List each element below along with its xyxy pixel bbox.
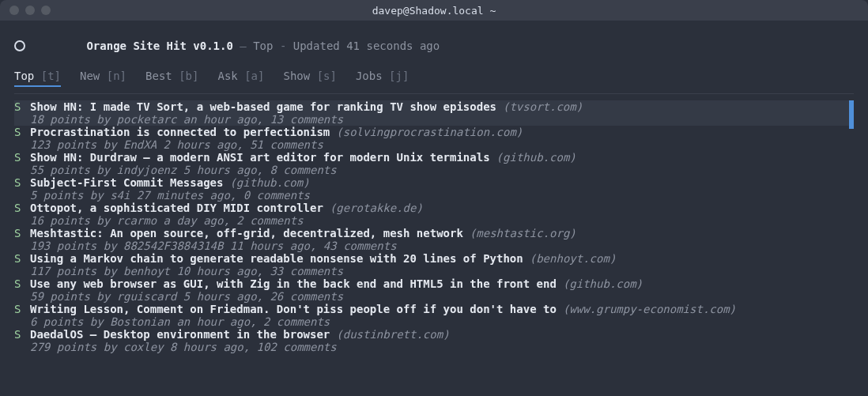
- app-header: Orange Site Hit v0.1.0 — Top - Updated 4…: [14, 25, 854, 70]
- story-meta: 279 points by coxley 8 hours ago, 102 co…: [14, 341, 854, 353]
- story-domain: (meshtastic.org): [470, 227, 576, 239]
- story-headline: SShow HN: Durdraw – a modern ANSI art ed…: [14, 151, 854, 164]
- story-title: Show HN: I made TV Sort, a web-based gam…: [30, 100, 496, 113]
- story-prefix: S: [14, 202, 24, 214]
- tab-hotkey: [s]: [310, 70, 337, 82]
- story-meta: 193 points by 882542F3884314B 11 hours a…: [14, 239, 854, 252]
- story-meta: 123 points by EndXA 2 hours ago, 51 comm…: [14, 138, 854, 151]
- story-item[interactable]: SMeshtastic: An open source, off-grid, d…: [14, 227, 854, 252]
- story-prefix: S: [14, 303, 24, 315]
- section-label: Top: [253, 40, 273, 52]
- story-item[interactable]: SShow HN: Durdraw – a modern ANSI art ed…: [14, 151, 854, 176]
- story-item[interactable]: SOttopot, a sophisticated DIY MIDI contr…: [14, 202, 854, 227]
- tab-jobs[interactable]: Jobs [j]: [356, 70, 409, 90]
- updated-label: Updated 41 seconds ago: [293, 40, 440, 52]
- tab-hotkey: [t]: [34, 70, 61, 82]
- tab-label: Best: [145, 70, 172, 82]
- story-item[interactable]: SShow HN: I made TV Sort, a web-based ga…: [14, 100, 854, 126]
- story-headline: SOttopot, a sophisticated DIY MIDI contr…: [14, 202, 854, 214]
- story-item[interactable]: SDaedalOS – Desktop environment in the b…: [14, 328, 854, 353]
- tab-label: New: [80, 70, 100, 82]
- story-headline: SShow HN: I made TV Sort, a web-based ga…: [14, 100, 854, 113]
- story-prefix: S: [14, 277, 24, 290]
- story-prefix: S: [14, 100, 24, 113]
- story-title: Meshtastic: An open source, off-grid, de…: [30, 227, 463, 239]
- story-domain: (solvingprocrastination.com): [336, 126, 523, 138]
- story-domain: (github.com): [229, 176, 309, 189]
- story-meta: 59 points by rguiscard 5 hours ago, 26 c…: [14, 290, 854, 303]
- tab-best[interactable]: Best [b]: [145, 70, 198, 90]
- sep-icon: —: [233, 40, 253, 52]
- tab-label: Show: [283, 70, 310, 82]
- story-title: Procrastination is connected to perfecti…: [30, 126, 330, 138]
- story-title: Subject-First Commit Messages: [30, 176, 223, 189]
- story-meta: 5 points by s4i 27 minutes ago, 0 commen…: [14, 189, 854, 202]
- terminal-window: davep@Shadow.local ~ Orange Site Hit v0.…: [0, 0, 868, 396]
- logo-icon: [14, 40, 25, 51]
- story-title: DaedalOS – Desktop environment in the br…: [30, 328, 330, 341]
- story-headline: SDaedalOS – Desktop environment in the b…: [14, 328, 854, 341]
- story-domain: (github.com): [563, 277, 643, 290]
- titlebar: davep@Shadow.local ~: [0, 0, 868, 21]
- story-prefix: S: [14, 176, 24, 189]
- tab-label: Jobs: [356, 70, 383, 82]
- zoom-icon[interactable]: [41, 6, 51, 15]
- app-title: Orange Site Hit v0.1.0: [86, 40, 232, 52]
- story-meta: 117 points by benhoyt 10 hours ago, 33 c…: [14, 265, 854, 277]
- story-item[interactable]: SProcrastination is connected to perfect…: [14, 126, 854, 151]
- scrollbar-thumb[interactable]: [849, 100, 854, 129]
- tab-hotkey: [b]: [172, 70, 199, 82]
- traffic-lights: [0, 6, 51, 15]
- story-prefix: S: [14, 328, 24, 341]
- story-domain: (github.com): [496, 151, 576, 164]
- story-item[interactable]: SSubject-First Commit Messages (github.c…: [14, 176, 854, 202]
- story-meta: 16 points by rcarmo a day ago, 2 comment…: [14, 214, 854, 227]
- tab-show[interactable]: Show [s]: [283, 70, 336, 90]
- story-title: Use any web browser as GUI, with Zig in …: [30, 277, 557, 290]
- story-prefix: S: [14, 252, 24, 265]
- window-title: davep@Shadow.local ~: [0, 5, 868, 17]
- story-title: Ottopot, a sophisticated DIY MIDI contro…: [30, 202, 323, 214]
- tab-hotkey: [j]: [383, 70, 409, 82]
- sep-icon: -: [273, 40, 292, 52]
- story-headline: SWriting Lesson, Comment on Friedman. Do…: [14, 303, 854, 315]
- app-title-row: Orange Site Hit v0.1.0 — Top - Updated 4…: [33, 27, 440, 65]
- story-prefix: S: [14, 151, 24, 164]
- story-prefix: S: [14, 126, 24, 138]
- story-list[interactable]: SShow HN: I made TV Sort, a web-based ga…: [14, 100, 854, 396]
- story-title: Using a Markov chain to generate readabl…: [30, 252, 523, 265]
- story-meta: 18 points by pocketarc an hour ago, 13 c…: [14, 113, 854, 126]
- story-domain: (www.grumpy-economist.com): [563, 303, 736, 315]
- story-headline: SMeshtastic: An open source, off-grid, d…: [14, 227, 854, 239]
- story-headline: SUsing a Markov chain to generate readab…: [14, 252, 854, 265]
- story-item[interactable]: SWriting Lesson, Comment on Friedman. Do…: [14, 303, 854, 328]
- close-icon[interactable]: [9, 6, 19, 15]
- app-content: Orange Site Hit v0.1.0 — Top - Updated 4…: [0, 21, 868, 396]
- story-headline: SProcrastination is connected to perfect…: [14, 126, 854, 138]
- story-title: Writing Lesson, Comment on Friedman. Don…: [30, 303, 557, 315]
- tab-ask[interactable]: Ask [a]: [217, 70, 264, 90]
- story-meta: 6 points by Bostonian an hour ago, 2 com…: [14, 315, 854, 328]
- story-headline: SUse any web browser as GUI, with Zig in…: [14, 277, 854, 290]
- story-item[interactable]: SUse any web browser as GUI, with Zig in…: [14, 277, 854, 303]
- tab-new[interactable]: New [n]: [80, 70, 126, 90]
- story-domain: (gerotakke.de): [330, 202, 423, 214]
- minimize-icon[interactable]: [25, 6, 35, 15]
- story-domain: (dustinbrett.com): [336, 328, 449, 341]
- tabs: Top [t]New [n]Best [b]Ask [a]Show [s]Job…: [14, 70, 854, 94]
- story-item[interactable]: SUsing a Markov chain to generate readab…: [14, 252, 854, 277]
- story-title: Show HN: Durdraw – a modern ANSI art edi…: [30, 151, 490, 164]
- story-prefix: S: [14, 227, 24, 239]
- tab-hotkey: [n]: [100, 70, 126, 82]
- story-meta: 55 points by indyjoenz 5 hours ago, 8 co…: [14, 164, 854, 176]
- story-domain: (tvsort.com): [503, 100, 583, 113]
- tab-label: Ask: [217, 70, 237, 82]
- tab-top[interactable]: Top [t]: [14, 70, 61, 90]
- story-headline: SSubject-First Commit Messages (github.c…: [14, 176, 854, 189]
- story-domain: (benhoyt.com): [530, 252, 617, 265]
- tab-label: Top: [14, 70, 34, 82]
- tab-hotkey: [a]: [238, 70, 265, 82]
